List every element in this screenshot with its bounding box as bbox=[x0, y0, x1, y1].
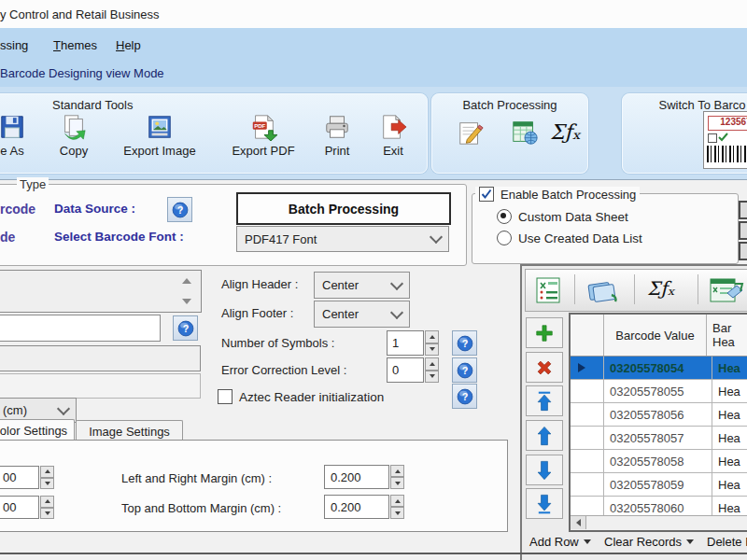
spin-up-icon[interactable] bbox=[390, 495, 404, 507]
spin-up-icon[interactable] bbox=[425, 330, 439, 343]
exit-button[interactable]: Exit bbox=[369, 113, 417, 158]
header-text-listbox[interactable] bbox=[0, 270, 202, 313]
data-grid[interactable]: Barcode Value Bar Hea 03205578054 Hea 03… bbox=[569, 313, 747, 532]
aztec-checkbox[interactable] bbox=[218, 389, 233, 404]
move-up-button[interactable] bbox=[526, 420, 563, 451]
import-excel-button[interactable] bbox=[511, 119, 539, 150]
barcode-value-input[interactable] bbox=[0, 315, 161, 342]
scroll-down-icon[interactable] bbox=[182, 299, 191, 304]
copy-data-icon[interactable] bbox=[585, 276, 621, 304]
ecl-help-button[interactable]: ? bbox=[452, 357, 477, 383]
custom-data-sheet-radio[interactable] bbox=[497, 209, 512, 224]
cut-stepper-2-value[interactable]: 00 bbox=[0, 496, 39, 519]
tb-margin-stepper[interactable]: 0.200 bbox=[324, 495, 404, 519]
enable-batch-row[interactable]: Enable Batch Processing bbox=[475, 187, 640, 202]
notepad-pencil-icon bbox=[457, 119, 485, 147]
help-icon: ? bbox=[456, 387, 474, 406]
spin-down-icon[interactable] bbox=[40, 508, 54, 520]
cut-stepper-2[interactable]: 00 bbox=[0, 496, 54, 519]
symbols-value[interactable]: 1 bbox=[387, 330, 424, 356]
print-button[interactable]: Print bbox=[311, 113, 363, 158]
save-as-button[interactable]: e As bbox=[0, 113, 33, 158]
move-last-button[interactable] bbox=[526, 488, 563, 519]
tb-margin-value[interactable]: 0.200 bbox=[324, 495, 389, 519]
table-row[interactable]: 03205578056 Hea bbox=[571, 403, 747, 427]
export-image-button[interactable]: Export Image bbox=[115, 113, 204, 158]
spin-up-icon[interactable] bbox=[40, 496, 54, 508]
add-row-button[interactable]: Add Row bbox=[529, 535, 591, 549]
table-row[interactable]: 03205578059 Hea bbox=[571, 473, 747, 497]
spin-down-icon[interactable] bbox=[425, 343, 439, 357]
use-created-list-radio[interactable] bbox=[497, 231, 512, 245]
scroll-left-button[interactable] bbox=[571, 516, 586, 529]
header-input[interactable] bbox=[0, 345, 201, 371]
custom-data-sheet-row[interactable]: Custom Data Sheet bbox=[497, 209, 628, 224]
svg-text:?: ? bbox=[461, 364, 468, 375]
tab-image-settings[interactable]: Image Settings bbox=[76, 420, 183, 441]
triangle-left-icon bbox=[576, 519, 581, 526]
cut-stepper-1[interactable]: 00 bbox=[0, 466, 54, 489]
spin-down-icon[interactable] bbox=[425, 371, 439, 384]
copy-button[interactable]: Copy bbox=[52, 113, 95, 158]
enable-batch-checkbox[interactable] bbox=[479, 187, 494, 202]
exit-label: Exit bbox=[383, 144, 403, 158]
lr-margin-value[interactable]: 0.200 bbox=[324, 465, 389, 489]
sigma-fx-button[interactable]: Σƒₓ bbox=[550, 120, 581, 144]
move-down-button[interactable] bbox=[526, 455, 563, 485]
type-group-title: Type bbox=[17, 177, 49, 191]
symbols-stepper[interactable]: 1 bbox=[387, 330, 439, 356]
spin-down-icon[interactable] bbox=[390, 477, 404, 489]
align-footer-dropdown[interactable]: Center bbox=[314, 301, 410, 328]
datasheet-icon[interactable] bbox=[535, 276, 565, 304]
row-marker-cell bbox=[571, 357, 604, 379]
horizontal-scrollbar[interactable] bbox=[571, 515, 747, 530]
aztec-help-button[interactable]: ? bbox=[452, 384, 477, 409]
group-standard-tools: Standard Tools e As Copy Export Image PD… bbox=[0, 93, 428, 174]
col-barcode-value[interactable]: Barcode Value bbox=[604, 315, 707, 356]
batch-processing-button[interactable]: Batch Processing bbox=[236, 192, 451, 225]
align-header-dropdown[interactable]: Center bbox=[314, 272, 410, 299]
delete-record-button[interactable] bbox=[526, 352, 563, 383]
ecl-stepper[interactable]: 0 bbox=[387, 357, 439, 383]
barcode-font-dropdown[interactable]: PDF417 Font bbox=[236, 226, 449, 252]
caret-down-icon bbox=[686, 539, 694, 544]
col-barcode-header[interactable]: Bar Hea bbox=[707, 315, 747, 356]
export-datasheet-icon[interactable] bbox=[709, 276, 746, 304]
table-row[interactable]: 03205578055 Hea bbox=[571, 380, 747, 403]
print-icon bbox=[323, 113, 351, 141]
scroll-up-icon[interactable] bbox=[182, 278, 191, 284]
spin-down-icon[interactable] bbox=[40, 478, 54, 490]
use-created-list-row[interactable]: Use Created Data List bbox=[497, 231, 642, 245]
tab-color-settings[interactable]: olor Settings bbox=[0, 419, 75, 441]
spin-up-icon[interactable] bbox=[40, 466, 54, 478]
menu-item-processing[interactable]: ssing bbox=[0, 38, 28, 52]
data-source-help-button[interactable]: ? bbox=[167, 197, 192, 222]
spin-down-icon[interactable] bbox=[390, 507, 404, 519]
grid-sigma-fx-button[interactable]: Σƒₓ bbox=[647, 277, 675, 300]
footer-input[interactable] bbox=[0, 373, 201, 399]
table-row[interactable]: 03205578057 Hea bbox=[571, 427, 747, 450]
table-row[interactable]: 03205578054 Hea bbox=[571, 357, 747, 380]
aztec-row[interactable]: Aztec Reader initialization bbox=[218, 389, 384, 404]
spin-up-icon[interactable] bbox=[425, 357, 439, 371]
value-help-button[interactable]: ? bbox=[173, 315, 198, 341]
menu-item-themes[interactable]: Themes bbox=[53, 38, 97, 52]
clear-records-button[interactable]: Clear Records bbox=[604, 535, 694, 549]
move-first-button[interactable] bbox=[526, 385, 563, 416]
table-row[interactable]: 03205578058 Hea bbox=[571, 450, 747, 473]
lr-margin-stepper[interactable]: 0.200 bbox=[324, 465, 404, 489]
group-standard-tools-title: Standard Tools bbox=[52, 98, 489, 112]
export-pdf-button[interactable]: PDF Export PDF bbox=[221, 113, 305, 158]
barcode-window-icon[interactable]: 123567 bbox=[703, 111, 747, 169]
delete-row-button[interactable]: Delete Ro bbox=[707, 535, 747, 549]
symbols-label: Number of Symbols : bbox=[221, 336, 334, 350]
add-record-button[interactable] bbox=[526, 317, 563, 348]
cut-stepper-1-value[interactable]: 00 bbox=[0, 466, 39, 489]
group-switch-barcode-title: Switch To Barco bbox=[623, 98, 747, 112]
spin-up-icon[interactable] bbox=[390, 465, 404, 477]
enable-batch-label: Enable Batch Processing bbox=[500, 188, 636, 202]
ecl-value[interactable]: 0 bbox=[387, 357, 424, 383]
menu-item-help[interactable]: Help bbox=[116, 38, 141, 52]
symbols-help-button[interactable]: ? bbox=[452, 330, 477, 356]
edit-datasheet-button[interactable] bbox=[457, 119, 485, 150]
